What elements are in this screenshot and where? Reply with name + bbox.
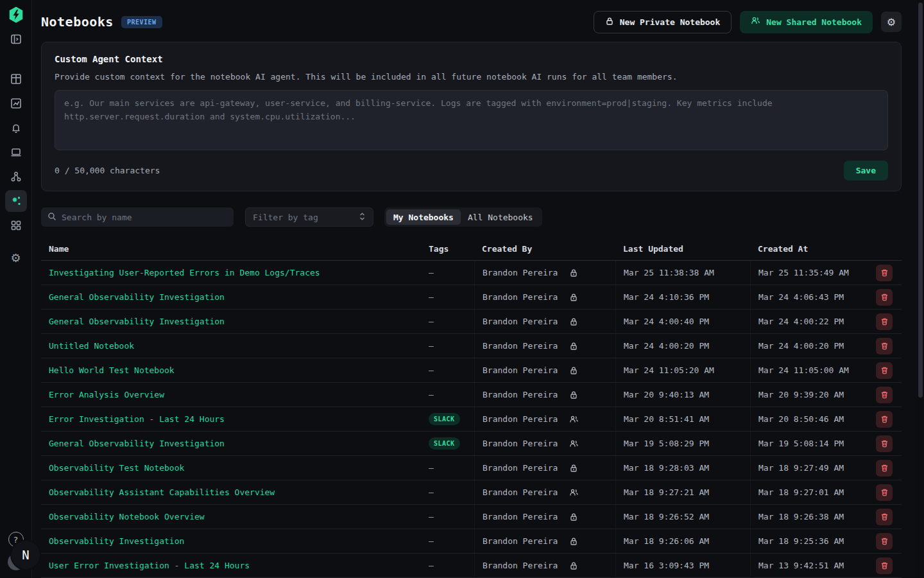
context-card-title: Custom Agent Context <box>55 54 888 64</box>
created-at-cell: Mar 18 9:27:01 AM <box>750 480 864 504</box>
table-row[interactable]: Observability Test Notebook — Brandon Pe… <box>41 456 902 480</box>
ai-notebooks-icon[interactable] <box>5 190 27 212</box>
created-by-name: Brandon Pereira <box>483 512 558 521</box>
agent-context-textarea[interactable] <box>55 90 888 150</box>
notebook-link[interactable]: User Error Investigation - Last 24 Hours <box>49 561 250 570</box>
table-row[interactable]: General Observability Investigation — Br… <box>41 285 902 310</box>
tag-cell: — <box>421 463 474 473</box>
notebook-link[interactable]: Observability Test Notebook <box>49 463 184 473</box>
table-row[interactable]: Observability Assistant Capabilities Ove… <box>41 480 902 505</box>
table-row[interactable]: Investigating User-Reported Errors in De… <box>41 261 902 285</box>
lock-icon <box>569 561 578 570</box>
notebook-link[interactable]: Hello World Test Notebook <box>49 365 175 375</box>
delete-notebook-button[interactable] <box>876 387 893 403</box>
created-by-name: Brandon Pereira <box>483 487 558 497</box>
tag-badge: SLACK <box>429 413 460 425</box>
notebook-link[interactable]: Untitled Notebook <box>49 341 134 351</box>
search-box[interactable] <box>41 207 234 227</box>
tag-cell: — <box>421 536 474 546</box>
delete-notebook-button[interactable] <box>876 338 893 355</box>
lock-icon <box>569 268 578 277</box>
delete-notebook-button[interactable] <box>876 557 893 574</box>
notebook-scope-tabs: My Notebooks All Notebooks <box>384 207 542 227</box>
tables-icon[interactable] <box>5 68 27 90</box>
notebook-link[interactable]: General Observability Investigation <box>49 317 225 326</box>
context-card-description: Provide custom context for the notebook … <box>55 72 888 82</box>
scrollbar-track[interactable] <box>917 0 924 578</box>
charts-icon[interactable] <box>5 92 27 114</box>
delete-notebook-button[interactable] <box>876 460 893 477</box>
lock-icon <box>569 512 578 521</box>
column-last-updated: Last Updated <box>615 238 750 260</box>
created-at-cell: Mar 18 9:26:38 AM <box>750 505 864 529</box>
search-icon <box>47 211 56 223</box>
notebook-link[interactable]: Observability Assistant Capabilities Ove… <box>49 487 275 497</box>
created-at-cell: Mar 24 11:05:00 AM <box>750 358 864 382</box>
last-updated-cell: Mar 24 4:10:36 PM <box>615 285 750 309</box>
tag-cell: SLACK <box>421 413 474 425</box>
created-by-name: Brandon Pereira <box>483 317 558 326</box>
topology-icon[interactable] <box>5 166 27 188</box>
last-updated-cell: Mar 24 4:00:40 PM <box>615 310 750 333</box>
tag-cell: SLACK <box>421 437 474 450</box>
created-by-name: Brandon Pereira <box>483 365 558 375</box>
created-at-cell: Mar 25 11:35:49 AM <box>750 261 864 285</box>
table-row[interactable]: Untitled Notebook — Brandon Pereira Mar … <box>41 334 902 358</box>
last-updated-cell: Mar 18 9:26:06 AM <box>615 529 750 553</box>
shared-icon <box>569 439 579 448</box>
panel-toggle-icon[interactable] <box>5 28 27 50</box>
notebook-link[interactable]: General Observability Investigation <box>49 292 225 302</box>
created-at-cell: Mar 13 9:42:51 AM <box>750 554 864 577</box>
table-row[interactable]: Observability Investigation — Brandon Pe… <box>41 529 902 554</box>
scrollbar-thumb[interactable] <box>918 3 923 398</box>
app-logo-icon[interactable] <box>5 4 27 26</box>
table-row[interactable]: Hello World Test Notebook — Brandon Pere… <box>41 358 902 383</box>
delete-notebook-button[interactable] <box>876 533 893 550</box>
tag-filter-label: Filter by tag <box>253 213 318 222</box>
delete-notebook-button[interactable] <box>876 362 893 379</box>
delete-notebook-button[interactable] <box>876 313 893 330</box>
settings-gear-icon[interactable]: ⚙ <box>5 247 27 268</box>
delete-notebook-button[interactable] <box>876 484 893 501</box>
apps-grid-icon[interactable] <box>5 215 27 236</box>
alerts-bell-icon[interactable] <box>5 117 27 139</box>
created-by-name: Brandon Pereira <box>483 414 558 424</box>
created-at-cell: Mar 20 8:50:46 AM <box>750 407 864 431</box>
notebook-link[interactable]: Observability Notebook Overview <box>49 512 205 521</box>
table-row[interactable]: General Observability Investigation — Br… <box>41 310 902 334</box>
delete-notebook-button[interactable] <box>876 435 893 452</box>
workstation-icon[interactable] <box>5 141 27 163</box>
last-updated-cell: Mar 24 11:05:20 AM <box>615 358 750 382</box>
created-at-cell: Mar 18 9:27:49 AM <box>750 456 864 480</box>
tab-my-notebooks[interactable]: My Notebooks <box>386 209 461 225</box>
table-row[interactable]: General Observability Investigation SLAC… <box>41 432 902 456</box>
tag-filter-select[interactable]: Filter by tag <box>245 207 373 227</box>
notebook-link[interactable]: Observability Investigation <box>49 536 184 546</box>
settings-gear-button[interactable]: ⚙ <box>881 12 902 32</box>
table-row[interactable]: Error Analysis Overview — Brandon Pereir… <box>41 383 902 407</box>
created-at-cell: Mar 24 4:00:20 PM <box>750 334 864 358</box>
notebook-link[interactable]: Investigating User-Reported Errors in De… <box>49 268 320 277</box>
created-by-name: Brandon Pereira <box>483 463 558 473</box>
new-shared-notebook-button[interactable]: New Shared Notebook <box>740 11 873 33</box>
delete-notebook-button[interactable] <box>876 289 893 306</box>
page-title: Notebooks <box>41 14 114 30</box>
table-row[interactable]: User Error Investigation - Last 24 Hours… <box>41 554 902 578</box>
table-row[interactable]: Error Investigation - Last 24 Hours SLAC… <box>41 407 902 432</box>
new-private-notebook-button[interactable]: New Private Notebook <box>594 11 732 33</box>
delete-notebook-button[interactable] <box>876 265 893 281</box>
notebook-link[interactable]: Error Investigation - Last 24 Hours <box>49 414 225 424</box>
delete-notebook-button[interactable] <box>876 411 893 428</box>
shared-icon <box>569 415 579 424</box>
notebook-link[interactable]: General Observability Investigation <box>49 439 225 448</box>
search-input[interactable] <box>62 213 227 222</box>
people-icon <box>751 16 760 28</box>
last-updated-cell: Mar 20 9:40:13 AM <box>615 383 750 407</box>
lock-icon <box>569 464 578 473</box>
last-updated-cell: Mar 24 4:00:20 PM <box>615 334 750 358</box>
delete-notebook-button[interactable] <box>876 509 893 525</box>
tab-all-notebooks[interactable]: All Notebooks <box>461 209 540 225</box>
notebook-link[interactable]: Error Analysis Overview <box>49 390 164 399</box>
save-button[interactable]: Save <box>844 161 888 180</box>
table-row[interactable]: Observability Notebook Overview — Brando… <box>41 505 902 529</box>
